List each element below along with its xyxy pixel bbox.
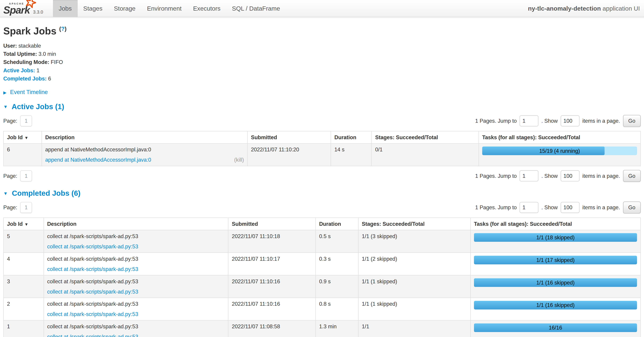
column-header-stages[interactable]: Stages: Succeeded/Total [372,131,478,144]
job-description: collect at /spark-scripts/spark-ad.py:53 [47,256,225,262]
summary-uptime: Total Uptime: 3.0 min [3,51,641,57]
duration-cell: 0.3 s [316,253,358,275]
jump-to-page-input[interactable] [520,115,538,126]
job-id-cell: 1 [4,320,44,337]
tasks-cell: 1/1 (16 skipped) [470,298,640,320]
duration-cell: 0.8 s [316,298,358,320]
completed-jobs-link[interactable]: Completed Jobs: [3,76,46,82]
progress-label: 1/1 (16 skipped) [474,301,637,310]
go-button[interactable]: Go [623,170,641,182]
event-timeline-toggle[interactable]: ▶ Event Timeline [3,89,641,95]
page-title: Spark Jobs (?) [3,25,641,37]
completed-jobs-section-header[interactable]: ▼ Completed Jobs (6) [3,189,641,198]
duration-cell: 14 s [331,143,372,166]
jump-to-page-input[interactable] [520,170,538,181]
page-number-button[interactable]: 1 [20,202,32,213]
table-header-row: Job Id▼ Description Submitted Duration S… [4,131,640,144]
job-id-cell: 4 [4,253,44,275]
tasks-cell: 1/1 (18 skipped) [470,230,640,253]
page-number-button[interactable]: 1 [20,170,32,181]
help-tooltip-link[interactable]: (?) [59,25,66,32]
job-detail-link[interactable]: collect at /spark-scripts/spark-ad.py:53 [47,289,138,295]
question-mark-icon: ? [61,25,64,32]
summary-user: User: stackable [3,43,641,49]
jump-to-page-input[interactable] [520,202,538,213]
main-content: Spark Jobs (?) User: stackable Total Upt… [0,17,644,337]
collapse-arrow-icon: ▼ [3,104,8,109]
job-description: collect at /spark-scripts/spark-ad.py:53 [47,301,225,307]
active-jobs-table: Job Id▼ Description Submitted Duration S… [3,131,641,166]
active-jobs-section-header[interactable]: ▼ Active Jobs (1) [3,102,641,111]
completed-jobs-pagination-top: Page: 1 1 Pages. Jump to . Show items in… [3,202,641,213]
job-detail-link[interactable]: collect at /spark-scripts/spark-ad.py:53 [47,334,138,337]
table-row: 2 collect at /spark-scripts/spark-ad.py:… [4,298,640,320]
column-header-description[interactable]: Description [44,218,228,230]
tab-executors[interactable]: Executors [187,0,226,17]
job-detail-link[interactable]: collect at /spark-scripts/spark-ad.py:53 [47,266,138,272]
tasks-progress-bar: 1/1 (18 skipped) [474,233,637,242]
tasks-progress-bar: 15/19 (4 running) [482,146,637,155]
items-per-page-input[interactable] [560,202,580,213]
job-id-cell: 6 [4,143,42,166]
table-row: 5 collect at /spark-scripts/spark-ad.py:… [4,230,640,253]
column-header-submitted[interactable]: Submitted [228,218,316,230]
job-detail-link[interactable]: collect at /spark-scripts/spark-ad.py:53 [47,243,138,249]
items-per-page-input[interactable] [560,115,580,126]
tab-stages[interactable]: Stages [78,0,108,17]
expand-arrow-icon: ▶ [3,90,6,95]
submitted-cell: 2022/11/07 11:10:17 [228,253,316,275]
go-button[interactable]: Go [623,115,641,127]
progress-label: 1/1 (18 skipped) [474,233,637,242]
table-row: 1 collect at /spark-scripts/spark-ad.py:… [4,320,640,337]
job-detail-link[interactable]: collect at /spark-scripts/spark-ad.py:53 [47,311,138,317]
tab-jobs[interactable]: Jobs [53,0,78,17]
column-header-stages[interactable]: Stages: Succeeded/Total [358,218,470,230]
tab-storage[interactable]: Storage [108,0,141,17]
active-jobs-pagination-bottom: Page: 1 1 Pages. Jump to . Show items in… [3,170,641,182]
job-id-cell: 5 [4,230,44,253]
tasks-cell: 1/1 (16 skipped) [470,275,640,298]
summary-scheduling-mode: Scheduling Mode: FIFO [3,59,641,65]
spark-version: 3.3.0 [33,9,43,15]
description-cell: collect at /spark-scripts/spark-ad.py:53… [44,230,228,253]
column-header-submitted[interactable]: Submitted [248,131,331,144]
tab-environment[interactable]: Environment [141,0,187,17]
description-cell: collect at /spark-scripts/spark-ad.py:53… [44,320,228,337]
items-per-page-input[interactable] [560,170,580,181]
sort-arrow-icon: ▼ [24,222,28,227]
stages-cell: 1/1 (2 skipped) [358,253,470,275]
page-number-button[interactable]: 1 [20,115,32,126]
column-header-tasks[interactable]: Tasks (for all stages): Succeeded/Total [478,131,640,144]
stages-cell: 1/1 [358,320,470,337]
summary-active-jobs: Active Jobs: 1 [3,67,641,73]
tab-sql-dataframe[interactable]: SQL / DataFrame [226,0,286,17]
stages-cell: 1/1 (3 skipped) [358,230,470,253]
tasks-progress-bar: 1/1 (16 skipped) [474,301,637,310]
stages-cell: 1/1 (1 skipped) [358,275,470,298]
job-description: collect at /spark-scripts/spark-ad.py:53 [47,233,225,239]
tasks-cell: 1/1 (17 skipped) [470,253,640,275]
job-id-cell: 3 [4,275,44,298]
active-jobs-pagination-top: Page: 1 1 Pages. Jump to . Show items in… [3,115,641,127]
nav-tabs: Jobs Stages Storage Environment Executor… [53,0,286,17]
progress-label: 16/16 [474,324,637,332]
column-header-job-id[interactable]: Job Id▼ [4,131,42,144]
job-description: collect at /spark-scripts/spark-ad.py:53 [47,278,225,284]
completed-jobs-table: Job Id▼ Description Submitted Duration S… [3,218,641,337]
active-jobs-link[interactable]: Active Jobs: [3,67,35,73]
top-navbar: APACHE Spark 3.3.0 Jobs Stages Storage E… [0,0,644,17]
tasks-cell: 15/19 (4 running) [478,143,640,166]
table-header-row: Job Id▼ Description Submitted Duration S… [4,218,640,230]
column-header-job-id[interactable]: Job Id▼ [4,218,44,230]
column-header-description[interactable]: Description [42,131,248,144]
description-cell: append at NativeMethodAccessorImpl.java:… [42,143,248,166]
collapse-arrow-icon: ▼ [3,191,8,196]
description-cell: collect at /spark-scripts/spark-ad.py:53… [44,253,228,275]
job-detail-link[interactable]: append at NativeMethodAccessorImpl.java:… [45,157,151,163]
column-header-tasks[interactable]: Tasks (for all stages): Succeeded/Total [470,218,640,230]
tasks-progress-bar: 16/16 [474,324,637,332]
kill-job-link[interactable]: (kill) [234,157,244,163]
go-button[interactable]: Go [623,202,641,213]
column-header-duration[interactable]: Duration [331,131,372,144]
column-header-duration[interactable]: Duration [316,218,358,230]
